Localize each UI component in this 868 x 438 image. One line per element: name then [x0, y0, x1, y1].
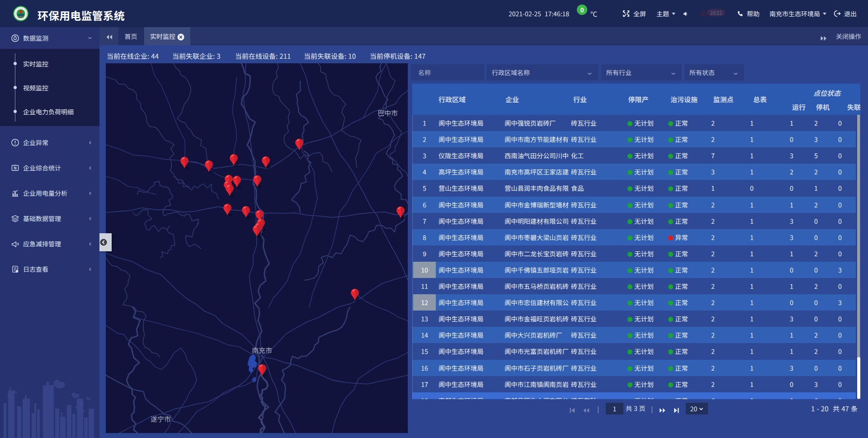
svg-text:巴中市: 巴中市: [377, 108, 398, 118]
svg-text:遂宁市: 遂宁市: [151, 414, 171, 424]
svg-text:南充市: 南充市: [252, 345, 272, 355]
